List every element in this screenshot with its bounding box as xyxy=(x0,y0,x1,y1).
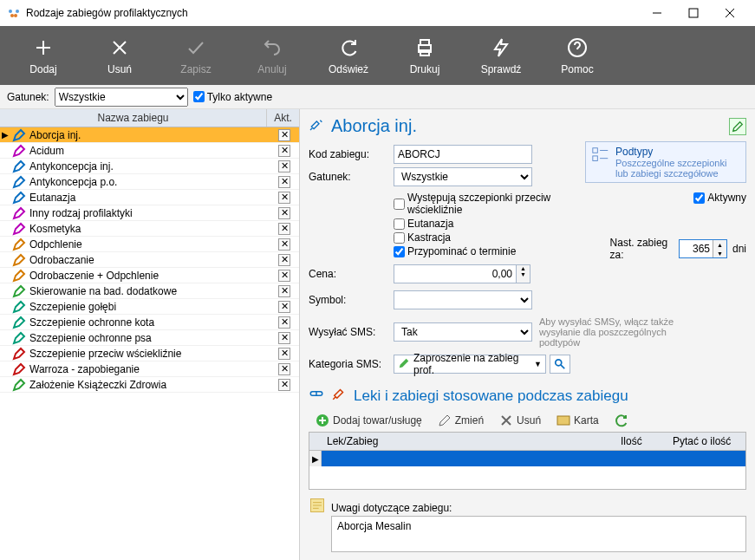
active-cell[interactable]: ✕ xyxy=(270,223,299,235)
search-sms-category[interactable] xyxy=(550,355,570,374)
symbol-select[interactable] xyxy=(394,290,532,309)
notes-textarea[interactable]: Aborcja Mesalin xyxy=(331,516,746,552)
svg-point-3 xyxy=(14,14,17,17)
active-cell[interactable]: ✕ xyxy=(270,301,299,313)
minimize-button[interactable] xyxy=(639,1,675,25)
rabies-checkbox[interactable]: Występują szczepionki przeciw wściekliźn… xyxy=(394,192,593,216)
active-cell[interactable]: ✕ xyxy=(270,254,299,266)
card-button[interactable]: Karta xyxy=(556,413,599,427)
svg-point-2 xyxy=(10,14,14,17)
window-title: Rodzaje zabiegów profilaktycznych xyxy=(26,7,639,19)
active-cell[interactable]: ✕ xyxy=(270,316,299,329)
active-cell[interactable]: ✕ xyxy=(270,238,299,251)
add-item-button[interactable]: Dodaj towar/usługę xyxy=(316,413,422,427)
print-button[interactable]: Drukuj xyxy=(387,26,463,85)
pill-icon xyxy=(309,386,324,406)
table-row[interactable]: Warroza - zapobieganie✕ xyxy=(0,361,299,377)
spin-down[interactable]: ▼ xyxy=(713,249,726,257)
close-button[interactable] xyxy=(712,1,748,25)
add-button[interactable]: Dodaj xyxy=(5,26,81,85)
maximize-button[interactable] xyxy=(675,1,712,25)
meds-row[interactable]: ▶ xyxy=(309,451,745,466)
table-row[interactable]: Szczepienie gołębi✕ xyxy=(0,299,299,315)
meds-col-item[interactable]: Lek/Zabieg xyxy=(322,433,615,450)
undo-icon xyxy=(260,36,284,60)
table-row[interactable]: Eutanazja✕ xyxy=(0,190,299,205)
spin-up[interactable]: ▲ xyxy=(713,240,726,249)
active-cell[interactable]: ✕ xyxy=(270,332,299,344)
save-button[interactable]: Zapisz xyxy=(158,26,234,85)
meds-toolbar: Dodaj towar/usługę Zmień Usuń Karta xyxy=(309,411,746,430)
chevron-down-icon[interactable]: ▼ xyxy=(534,360,542,368)
only-active-checkbox[interactable]: Tylko aktywne xyxy=(193,91,272,103)
active-cell[interactable]: ✕ xyxy=(270,176,299,188)
table-row[interactable]: Odrobaczenie + Odpchlenie✕ xyxy=(0,268,299,283)
send-sms-select[interactable]: Tak xyxy=(394,322,532,342)
procedure-icon xyxy=(10,191,28,205)
euthanasia-checkbox[interactable]: Eutanazja xyxy=(394,218,593,230)
castration-checkbox[interactable]: Kastracja xyxy=(394,231,593,244)
price-input[interactable] xyxy=(394,264,517,283)
table-row[interactable]: Założenie Książeczki Zdrowia✕ xyxy=(0,377,299,393)
subtypes-box[interactable]: Podtypy Poszczególne szczepionki lub zab… xyxy=(585,141,746,183)
delete-item-button[interactable]: Usuń xyxy=(499,413,541,427)
sms-category-label: Kategoria SMS: xyxy=(309,358,394,370)
check-button[interactable]: Sprawdź xyxy=(463,26,539,85)
subtypes-subtitle: Poszczególne szczepionki lub zabiegi szc… xyxy=(615,158,740,179)
active-cell[interactable]: ✕ xyxy=(270,348,299,360)
active-cell[interactable]: ✕ xyxy=(270,129,299,141)
table-row[interactable]: ▶Aborcja inj.✕ xyxy=(0,127,299,143)
meds-col-qty[interactable]: Ilość xyxy=(615,433,667,450)
active-cell[interactable]: ✕ xyxy=(270,270,299,282)
cancel-button[interactable]: Anuluj xyxy=(234,26,310,85)
procedure-name: Szczepienie ochronne psa xyxy=(28,332,270,344)
edit-item-button[interactable]: Zmień xyxy=(438,413,484,427)
active-cell[interactable]: ✕ xyxy=(270,379,299,391)
meds-section-title: Leki i zabiegi stosowane podczas zabiegu xyxy=(354,387,628,405)
procedure-name: Aborcja inj. xyxy=(28,129,270,141)
active-checkbox[interactable]: Aktywny xyxy=(693,192,746,204)
table-row[interactable]: Antykoncepcja p.o.✕ xyxy=(0,174,299,190)
active-cell[interactable]: ✕ xyxy=(270,192,299,204)
column-name[interactable]: Nazwa zabiegu xyxy=(0,109,266,127)
code-input[interactable] xyxy=(394,145,532,164)
species-select[interactable]: Wszystkie xyxy=(55,88,188,107)
meds-grid[interactable]: Lek/Zabieg Ilość Pytać o ilość ▶ xyxy=(309,432,746,490)
active-cell[interactable]: ✕ xyxy=(270,285,299,297)
next-visit-input[interactable]: ▲▼ xyxy=(679,239,727,258)
syringe-icon xyxy=(309,118,322,134)
active-cell[interactable]: ✕ xyxy=(270,145,299,157)
table-row[interactable]: Szczepienie przeciw wściekliźnie✕ xyxy=(0,346,299,361)
next-visit-label: Nast. zabieg za: xyxy=(610,237,674,261)
detail-species-select[interactable]: Wszystkie xyxy=(394,167,532,186)
procedure-icon xyxy=(10,331,28,345)
row-marker: ▶ xyxy=(309,451,322,466)
active-cell[interactable]: ✕ xyxy=(270,363,299,375)
subtypes-title: Podtypy xyxy=(615,146,740,158)
procedure-name: Szczepienie przeciw wściekliźnie xyxy=(28,348,270,360)
meds-col-ask[interactable]: Pytać o ilość xyxy=(667,433,745,450)
table-row[interactable]: Odpchlenie✕ xyxy=(0,237,299,252)
table-row[interactable]: Odrobaczanie✕ xyxy=(0,252,299,268)
table-row[interactable]: Skierowanie na bad. dodatkowe✕ xyxy=(0,283,299,299)
column-active[interactable]: Akt. xyxy=(266,109,299,127)
table-row[interactable]: Inny rodzaj profilaktyki✕ xyxy=(0,205,299,221)
plus-icon xyxy=(31,36,55,60)
table-row[interactable]: Antykoncepcja inj.✕ xyxy=(0,159,299,174)
refresh-button[interactable]: Odśwież xyxy=(310,26,387,85)
help-button[interactable]: Pomoc xyxy=(539,26,615,85)
active-cell[interactable]: ✕ xyxy=(270,207,299,219)
refresh-meds-button[interactable] xyxy=(615,413,628,427)
delete-button[interactable]: Usuń xyxy=(81,26,158,85)
table-row[interactable]: Szczepienie ochronne kota✕ xyxy=(0,315,299,330)
procedure-icon xyxy=(10,316,28,329)
procedure-name: Eutanazja xyxy=(28,192,270,204)
procedure-name: Skierowanie na bad. dodatkowe xyxy=(28,285,270,297)
table-row[interactable]: Szczepienie ochronne psa✕ xyxy=(0,330,299,346)
table-row[interactable]: Acidum✕ xyxy=(0,143,299,159)
edit-button[interactable] xyxy=(729,118,746,135)
active-cell[interactable]: ✕ xyxy=(270,160,299,173)
grid-body[interactable]: ▶Aborcja inj.✕Acidum✕Antykoncepcja inj.✕… xyxy=(0,127,299,560)
remind-checkbox[interactable]: Przypominać o terminie xyxy=(394,245,593,257)
table-row[interactable]: Kosmetyka✕ xyxy=(0,221,299,237)
